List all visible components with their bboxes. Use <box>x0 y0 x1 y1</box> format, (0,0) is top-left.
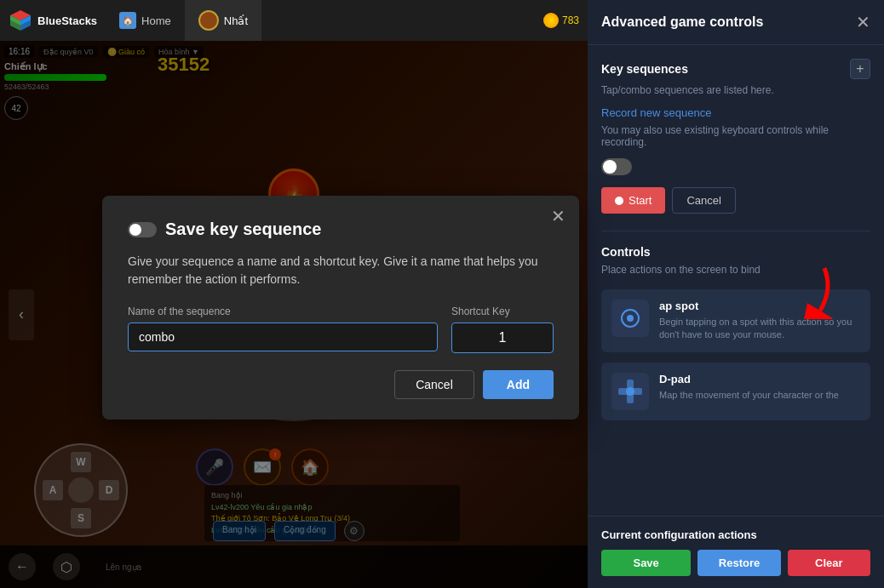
name-field-group: Name of the sequence <box>128 305 438 353</box>
bluestacks-icon <box>9 9 32 32</box>
controls-title: Controls <box>601 245 651 259</box>
home-icon: 🏠 <box>119 12 136 29</box>
save-config-button[interactable]: Save <box>601 550 691 576</box>
toggle-knob <box>603 160 617 174</box>
panel-title: Advanced game controls <box>601 14 763 30</box>
panel-footer: Current configuration actions Save Resto… <box>588 516 884 588</box>
shortcut-input[interactable] <box>451 323 554 353</box>
dialog-header: Save key sequence <box>128 220 554 239</box>
svg-point-7 <box>627 315 634 322</box>
record-controls: Start Cancel <box>601 187 870 214</box>
toggle-row <box>601 158 870 175</box>
key-sequences-title: Key sequences <box>601 62 688 76</box>
arrow-container <box>756 260 841 323</box>
start-label: Start <box>629 194 652 207</box>
footer-title: Current configuration actions <box>601 528 870 541</box>
panel-close-button[interactable]: ✕ <box>856 12 870 32</box>
dialog-close-button[interactable]: ✕ <box>551 208 565 225</box>
dpad-desc: Map the movement of your character or th… <box>659 389 839 402</box>
add-sequence-button[interactable]: + <box>850 59 870 79</box>
tab-game[interactable]: Nhất <box>185 0 261 41</box>
name-field-label: Name of the sequence <box>128 305 438 317</box>
tap-spot-icon-box <box>611 300 649 337</box>
footer-actions: Save Restore Clear <box>601 550 870 576</box>
dpad-icon <box>617 378 644 405</box>
record-sequence-link[interactable]: Record new sequence <box>601 106 870 119</box>
save-sequence-dialog: Save key sequence ✕ Give your sequence a… <box>102 196 579 420</box>
dpad-icon-box <box>611 373 649 410</box>
coins-display: 783 <box>543 13 588 28</box>
dialog-toggle-knob <box>129 224 141 236</box>
record-desc: You may also use existing keyboard contr… <box>601 124 870 148</box>
start-button[interactable]: Start <box>601 187 665 214</box>
dpad-text: D-pad Map the movement of your character… <box>659 373 839 410</box>
shortcut-field-group: Shortcut Key <box>451 305 554 353</box>
record-toggle[interactable] <box>601 158 632 175</box>
dpad-card: D-pad Map the movement of your character… <box>601 363 870 420</box>
bluestacks-title: BlueStacks <box>37 14 97 27</box>
controls-header: Controls <box>601 245 870 259</box>
tap-spot-icon <box>618 306 642 330</box>
game-avatar <box>198 10 219 31</box>
coin-icon <box>543 13 559 28</box>
start-dot-icon <box>615 197 623 205</box>
coins-value: 783 <box>562 14 579 26</box>
dialog-title: Save key sequence <box>165 220 321 239</box>
dialog-description: Give your sequence a name and a shortcut… <box>128 253 554 288</box>
dialog-cancel-button[interactable]: Cancel <box>394 370 474 399</box>
dialog-add-button[interactable]: Add <box>483 370 554 399</box>
panel-header: Advanced game controls ✕ <box>588 0 884 45</box>
tab-game-label: Nhất <box>224 14 248 27</box>
dialog-fields: Name of the sequence Shortcut Key <box>128 305 554 353</box>
dialog-toggle[interactable] <box>128 222 157 237</box>
topbar: BlueStacks 🏠 Home Nhất 783 <box>0 0 588 41</box>
name-input[interactable] <box>128 323 438 351</box>
record-cancel-button[interactable]: Cancel <box>672 187 735 214</box>
dialog-actions: Cancel Add <box>128 370 554 399</box>
key-sequences-desc: Tap/combo sequences are listed here. <box>601 84 870 96</box>
shortcut-field-label: Shortcut Key <box>451 305 554 317</box>
bluestacks-logo: BlueStacks <box>0 9 106 32</box>
tab-home-label: Home <box>141 14 171 27</box>
restore-config-button[interactable]: Restore <box>697 550 780 576</box>
svg-point-10 <box>626 387 634 396</box>
tab-home[interactable]: 🏠 Home <box>106 0 185 41</box>
dpad-title: D-pad <box>659 373 839 385</box>
red-arrow-icon <box>756 260 841 319</box>
divider-1 <box>601 231 870 231</box>
clear-config-button[interactable]: Clear <box>788 550 870 576</box>
key-sequences-header: Key sequences + <box>601 59 870 79</box>
